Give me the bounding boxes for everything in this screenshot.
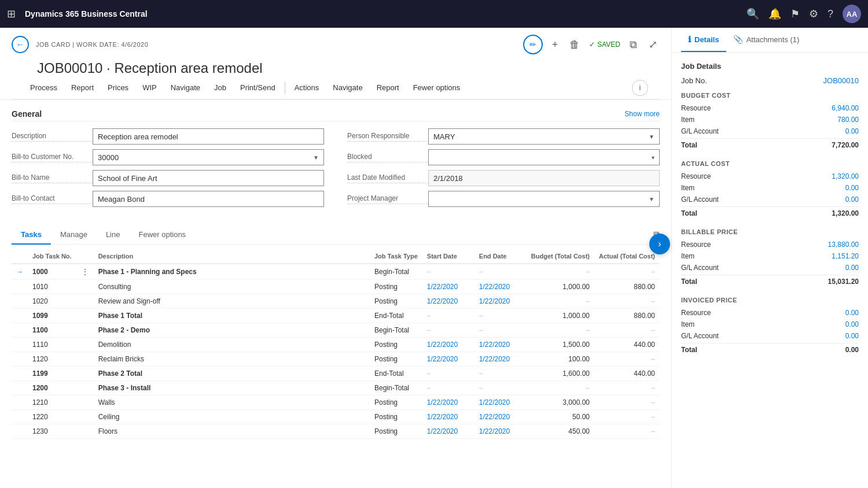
row-description: Phase 1 - Planning and Specs	[94, 264, 370, 280]
table-row[interactable]: 1230FloorsPosting1/22/20201/22/2020450.0…	[12, 424, 660, 439]
row-description: Reclaim Bricks	[94, 352, 370, 367]
row-actual: 880.00	[594, 309, 660, 323]
attachments-icon: 📎	[733, 35, 743, 44]
job-no-row: Job No. JOB00010	[681, 76, 859, 85]
flag-icon[interactable]: ⚑	[790, 8, 800, 20]
row-type: End-Total	[370, 309, 422, 323]
bill-to-customer-input[interactable]: 30000 ▼	[93, 149, 324, 165]
table-row[interactable]: 1200Phase 3 - InstallBegin-Total––––	[12, 381, 660, 395]
toolbar-report[interactable]: Report	[64, 79, 101, 97]
row-description: Walls	[94, 395, 370, 410]
row-end-date: 1/22/2020	[475, 424, 527, 439]
help-icon[interactable]: ?	[827, 8, 833, 20]
budget-total-label: Total	[681, 141, 697, 149]
row-description: Phase 2 Total	[94, 367, 370, 381]
toolbar-process[interactable]: Process	[23, 79, 64, 97]
bill-to-name-input[interactable]: School of Fine Art	[93, 170, 324, 186]
tab-line[interactable]: Line	[97, 225, 130, 245]
invoiced-item-value: 0.00	[845, 320, 859, 328]
row-arrow-cell: →	[12, 264, 28, 280]
tasks-table: Job Task No. Description Job Task Type S…	[12, 249, 660, 439]
toolbar-report2[interactable]: Report	[370, 79, 406, 97]
table-row[interactable]: 1100Phase 2 - DemoBegin-Total––––	[12, 323, 660, 338]
row-menu-cell	[76, 424, 94, 439]
delete-button[interactable]: 🗑	[567, 36, 582, 53]
tab-fewer-options[interactable]: Fewer options	[129, 225, 195, 245]
edit-button[interactable]: ✏	[523, 35, 543, 54]
row-type: Begin-Total	[370, 264, 422, 280]
row-arrow-cell	[12, 381, 28, 395]
bell-icon[interactable]: 🔔	[768, 8, 781, 20]
right-tab-attachments[interactable]: 📎 Attachments (1)	[726, 28, 807, 52]
actual-item-row: Item 0.00	[681, 182, 859, 194]
show-more-button[interactable]: Show more	[624, 110, 660, 118]
table-row[interactable]: 1099Phase 1 TotalEnd-Total––1,000.00880.…	[12, 309, 660, 323]
search-icon[interactable]: 🔍	[746, 8, 759, 20]
right-tab-details[interactable]: ℹ Details	[681, 28, 726, 52]
details-icon: ℹ	[688, 35, 691, 44]
table-row[interactable]: 1210WallsPosting1/22/20201/22/20203,000.…	[12, 395, 660, 410]
row-arrow-cell	[12, 323, 28, 338]
row-end-date: –	[475, 264, 527, 280]
row-menu-icon[interactable]: ⋮	[81, 267, 89, 276]
back-button[interactable]: ←	[12, 36, 29, 53]
settings-icon[interactable]: ⚙	[809, 8, 818, 20]
row-actual: –	[594, 264, 660, 280]
billable-price-title: BILLABLE PRICE	[681, 228, 859, 235]
table-row[interactable]: 1120Reclaim BricksPosting1/22/20201/22/2…	[12, 352, 660, 367]
info-button[interactable]: i	[632, 80, 648, 96]
row-budget: 100.00	[527, 352, 594, 367]
budget-gl-row: G/L Account 0.00	[681, 125, 859, 137]
toolbar-job[interactable]: Job	[207, 79, 233, 97]
bill-to-contact-input[interactable]: Meagan Bond	[93, 191, 324, 207]
right-arrow-button[interactable]: ›	[649, 234, 670, 254]
project-manager-input[interactable]: ▼	[428, 191, 660, 207]
table-row[interactable]: →1000⋮Phase 1 - Planning and SpecsBegin-…	[12, 264, 660, 280]
right-content: Job Details Job No. JOB00010 BUDGET COST…	[672, 53, 868, 374]
expand-button[interactable]: ⤢	[646, 36, 660, 53]
toolbar-navigate2[interactable]: Navigate	[326, 79, 369, 97]
toolbar-prices[interactable]: Prices	[101, 79, 135, 97]
budget-total-row: Total 7,720.00	[681, 138, 859, 151]
actual-gl-label: G/L Account	[681, 195, 719, 204]
tab-manage[interactable]: Manage	[51, 225, 97, 245]
invoiced-item-label: Item	[681, 320, 694, 328]
toolbar-wip[interactable]: WIP	[135, 79, 164, 97]
share-button[interactable]: ⧉	[627, 36, 639, 53]
row-end-date: 1/22/2020	[475, 280, 527, 294]
avatar[interactable]: AA	[843, 5, 861, 23]
table-row[interactable]: 1199Phase 2 TotalEnd-Total––1,600.00440.…	[12, 367, 660, 381]
invoiced-total-label: Total	[681, 346, 697, 354]
row-actual: –	[594, 395, 660, 410]
billable-item-value: 1,151.20	[832, 252, 859, 260]
bill-to-customer-field: Bill-to Customer No. 30000 ▼	[12, 149, 324, 165]
row-actual: –	[594, 323, 660, 338]
invoiced-gl-label: G/L Account	[681, 332, 719, 340]
tasks-table-body: →1000⋮Phase 1 - Planning and SpecsBegin-…	[12, 264, 660, 439]
bill-to-customer-dropdown-arrow: ▼	[313, 154, 319, 161]
th-start-date: Start Date	[422, 249, 475, 264]
billable-total-label: Total	[681, 278, 697, 286]
table-row[interactable]: 1110DemolitionPosting1/22/20201/22/20201…	[12, 338, 660, 352]
table-row[interactable]: 1220CeilingPosting1/22/20201/22/202050.0…	[12, 410, 660, 424]
last-date-modified-field: Last Date Modified 2/1/2018	[347, 170, 660, 186]
job-no-value[interactable]: JOB00010	[823, 76, 859, 85]
add-button[interactable]: +	[550, 36, 561, 53]
row-menu-cell	[76, 410, 94, 424]
description-input[interactable]: Reception area remodel	[93, 128, 324, 145]
app-grid-button[interactable]: ⊞	[7, 8, 16, 20]
table-row[interactable]: 1020Review and Sign-offPosting1/22/20201…	[12, 294, 660, 309]
tasks-tabs: Tasks Manage Line Fewer options ⧉	[12, 225, 660, 245]
toolbar-actions[interactable]: Actions	[288, 79, 326, 97]
table-row[interactable]: 1010ConsultingPosting1/22/20201/22/20201…	[12, 280, 660, 294]
top-nav-icons: 🔍 🔔 ⚑ ⚙ ? AA	[746, 5, 861, 23]
row-type: Begin-Total	[370, 381, 422, 395]
tab-tasks[interactable]: Tasks	[12, 225, 51, 245]
blocked-input[interactable]: ▾	[428, 149, 660, 165]
person-responsible-input[interactable]: MARY ▼	[428, 128, 660, 145]
toolbar-print-send[interactable]: Print/Send	[233, 79, 282, 97]
toolbar-fewer-options[interactable]: Fewer options	[406, 79, 468, 97]
budget-resource-value: 6,940.00	[832, 104, 859, 112]
toolbar-navigate[interactable]: Navigate	[164, 79, 207, 97]
toolbar: Process Report Prices WIP Navigate Job P…	[12, 76, 660, 99]
